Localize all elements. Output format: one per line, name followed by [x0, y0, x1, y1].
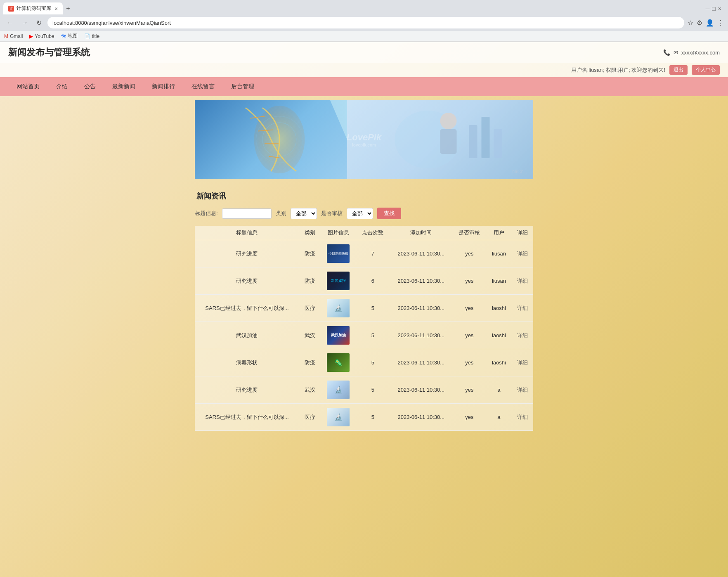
cell-clicks: 5	[356, 349, 390, 376]
detail-link[interactable]: 详细	[517, 387, 528, 393]
tab-close-button[interactable]: ×	[54, 5, 58, 12]
col-user: 用户	[486, 226, 511, 240]
nav-guestbook[interactable]: 在线留言	[183, 77, 223, 96]
bookmark-icon[interactable]: ☆	[688, 19, 693, 27]
cell-user: liusan	[486, 267, 511, 295]
bookmark-youtube[interactable]: ▶ YouTube	[29, 33, 54, 39]
cell-clicks: 5	[356, 295, 390, 322]
active-tab[interactable]: 计 计算机源码宝库 ×	[3, 2, 63, 14]
table-row: 研究进度 防疫 今日新闻快报 7 2023-06-11 10:30... yes…	[195, 240, 533, 267]
table-row: 病毒形状 防疫 🦠 5 2023-06-11 10:30... yes laos…	[195, 349, 533, 376]
cell-user: laoshi	[486, 322, 511, 349]
title-filter-input[interactable]	[222, 208, 272, 219]
cell-clicks: 5	[356, 322, 390, 349]
thumbnail: 🔬	[327, 408, 350, 426]
tab-favicon: 计	[8, 6, 14, 12]
cell-time: 2023-06-11 10:30...	[390, 404, 452, 431]
close-button[interactable]: ×	[718, 5, 721, 12]
cell-image: 武汉加油	[321, 322, 356, 349]
hero-brand: NiCr...	[512, 168, 527, 175]
back-button[interactable]: ←	[4, 18, 16, 27]
cell-detail[interactable]: 详细	[512, 322, 533, 349]
cell-title: 研究进度	[195, 267, 299, 295]
nav-news-ranking[interactable]: 新闻排行	[144, 77, 183, 96]
table-row: 研究进度 防疫 新闻媒报 6 2023-06-11 10:30... yes l…	[195, 267, 533, 295]
cell-detail[interactable]: 详细	[512, 376, 533, 404]
detail-link[interactable]: 详细	[517, 332, 528, 338]
table-header-row: 标题信息 类别 图片信息 点击次数 添加时间 是否审核 用户 详细	[195, 226, 533, 240]
cell-detail[interactable]: 详细	[512, 267, 533, 295]
forward-button[interactable]: →	[19, 18, 31, 27]
cell-user: a	[486, 376, 511, 404]
cell-category: 医疗	[299, 295, 321, 322]
detail-link[interactable]: 详细	[517, 414, 528, 420]
category-filter-label: 类别	[276, 210, 286, 217]
tab-title: 计算机源码宝库	[17, 5, 51, 12]
page-wrapper: 新闻发布与管理系统 📞 ✉ xxxx@xxxx.com 用户名:liusan; …	[0, 42, 728, 577]
new-tab-button[interactable]: +	[63, 3, 73, 14]
cell-clicks: 5	[356, 404, 390, 431]
cell-category: 防疫	[299, 349, 321, 376]
detail-link[interactable]: 详细	[517, 251, 528, 257]
detail-link[interactable]: 详细	[517, 359, 528, 366]
cell-title: 病毒形状	[195, 349, 299, 376]
cell-detail[interactable]: 详细	[512, 240, 533, 267]
site-header: 新闻发布与管理系统 📞 ✉ xxxx@xxxx.com	[0, 42, 728, 63]
cell-category: 防疫	[299, 240, 321, 267]
main-navigation: 网站首页 介绍 公告 最新新闻 新闻排行 在线留言 后台管理	[0, 77, 728, 96]
cell-title: 研究进度	[195, 376, 299, 404]
cell-image: 🔬	[321, 376, 356, 404]
cell-image: 今日新闻快报	[321, 240, 356, 267]
minimize-button[interactable]: ─	[705, 5, 709, 12]
cell-detail[interactable]: 详细	[512, 295, 533, 322]
cell-detail[interactable]: 详细	[512, 349, 533, 376]
content-area: 新闻资讯 标题信息: 类别 全部 防疫 医疗 武汉 是否审核 全部 yes no…	[187, 183, 541, 439]
thumbnail: 🔬	[327, 299, 350, 317]
cell-image: 🔬	[321, 404, 356, 431]
search-button[interactable]: 查找	[377, 208, 401, 219]
extensions-icon[interactable]: ⚙	[697, 19, 702, 27]
cell-detail[interactable]: 详细	[512, 404, 533, 431]
bookmark-gmail[interactable]: M Gmail	[4, 33, 23, 39]
bookmark-maps[interactable]: 🗺 地图	[61, 33, 78, 40]
nav-admin[interactable]: 后台管理	[223, 77, 262, 96]
cell-time: 2023-06-11 10:30...	[390, 322, 452, 349]
bookmark-title[interactable]: 📄 title	[84, 33, 100, 39]
cell-user: laoshi	[486, 295, 511, 322]
hero-image: LovePik lovepik.com NiCr...	[195, 100, 533, 179]
url-input[interactable]	[47, 17, 684, 28]
dna-svg	[195, 100, 364, 179]
nav-latest-news[interactable]: 最新新闻	[104, 77, 144, 96]
cell-image: 🔬	[321, 295, 356, 322]
table-row: 研究进度 武汉 🔬 5 2023-06-11 10:30... yes a 详细	[195, 376, 533, 404]
section-title: 新闻资讯	[195, 191, 533, 201]
thumbnail: 武汉加油	[327, 326, 350, 345]
approved-filter-select[interactable]: 全部 yes no	[347, 208, 373, 219]
svg-rect-13	[440, 129, 457, 154]
cell-approved: yes	[452, 267, 486, 295]
col-approved: 是否审核	[452, 226, 486, 240]
cell-category: 医疗	[299, 404, 321, 431]
refresh-button[interactable]: ↻	[34, 18, 44, 28]
nav-notice[interactable]: 公告	[76, 77, 104, 96]
cell-category: 武汉	[299, 376, 321, 404]
profile-button[interactable]: 个人中心	[692, 65, 720, 75]
nav-home[interactable]: 网站首页	[8, 77, 48, 96]
logout-button[interactable]: 退出	[669, 65, 688, 75]
detail-link[interactable]: 详细	[517, 305, 528, 311]
cell-clicks: 6	[356, 267, 390, 295]
maximize-button[interactable]: □	[712, 5, 715, 12]
table-row: SARS已经过去，留下什么可以深... 医疗 🔬 5 2023-06-11 10…	[195, 295, 533, 322]
menu-icon[interactable]: ⋮	[717, 19, 724, 27]
tab-bar: 计 计算机源码宝库 × + ─ □ ×	[0, 0, 728, 14]
nav-intro[interactable]: 介绍	[48, 77, 76, 96]
detail-link[interactable]: 详细	[517, 278, 528, 284]
cell-image: 🦠	[321, 349, 356, 376]
hero-wrapper: LovePik lovepik.com NiCr...	[0, 96, 728, 183]
approved-filter-label: 是否审核	[321, 210, 343, 217]
category-filter-select[interactable]: 全部 防疫 医疗 武汉	[291, 208, 317, 219]
email-icon: ✉	[674, 50, 678, 56]
col-detail: 详细	[512, 226, 533, 240]
news-table: 标题信息 类别 图片信息 点击次数 添加时间 是否审核 用户 详细 研究进度 防…	[195, 226, 533, 431]
profile-icon[interactable]: 👤	[706, 19, 714, 27]
